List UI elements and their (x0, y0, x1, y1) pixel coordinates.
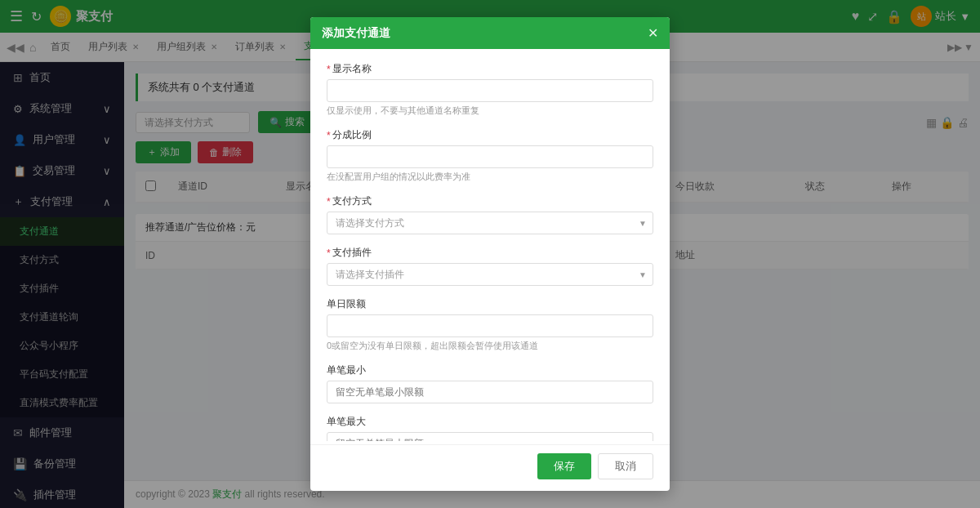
form-row-ratio: * 分成比例 在没配置用户组的情况以此费率为准 (327, 128, 653, 183)
label-display-name: * 显示名称 (327, 62, 653, 76)
cancel-button[interactable]: 取消 (598, 453, 653, 479)
label-pay-plugin: * 支付插件 (327, 246, 653, 260)
form-row-daily-limit: 单日限额 0或留空为没有单日限额，超出限额会暂停使用该通道 (327, 297, 653, 352)
pay-method-modal-select[interactable]: 请选择支付方式 (327, 212, 653, 234)
min-amount-input[interactable] (327, 381, 653, 403)
modal-footer: 保存 取消 (310, 444, 670, 491)
ratio-input[interactable] (327, 145, 653, 168)
form-row-display-name: * 显示名称 仅显示使用，不要与其他通道名称重复 (327, 62, 653, 117)
label-daily-limit: 单日限额 (327, 297, 653, 311)
max-amount-input[interactable] (327, 432, 653, 441)
pay-plugin-select-wrap: 请选择支付插件 (327, 263, 653, 286)
save-button[interactable]: 保存 (537, 453, 591, 479)
form-row-pay-method: * 支付方式 请选择支付方式 (327, 194, 653, 234)
modal-close-button[interactable]: ✕ (648, 25, 658, 41)
display-name-label-text: 显示名称 (332, 62, 372, 76)
modal-header: 添加支付通道 ✕ (310, 17, 670, 49)
required-star-1: * (327, 64, 331, 75)
max-amount-label-text: 单笔最大 (327, 415, 366, 429)
display-name-hint: 仅显示使用，不要与其他通道名称重复 (327, 105, 653, 117)
daily-limit-input[interactable] (327, 314, 653, 337)
ratio-label-text: 分成比例 (332, 128, 372, 142)
add-channel-modal: 添加支付通道 ✕ * 显示名称 仅显示使用，不要与其他通道名称重复 * 分成比例 (310, 17, 670, 491)
form-row-min-amount: 单笔最小 (327, 363, 653, 403)
form-row-pay-plugin: * 支付插件 请选择支付插件 (327, 246, 653, 286)
pay-method-select-wrap: 请选择支付方式 (327, 212, 653, 234)
modal-title: 添加支付通道 (322, 26, 390, 41)
daily-limit-hint: 0或留空为没有单日限额，超出限额会暂停使用该通道 (327, 340, 653, 352)
label-min-amount: 单笔最小 (327, 363, 653, 377)
form-row-max-amount: 单笔最大 (327, 415, 653, 441)
daily-limit-label-text: 单日限额 (327, 297, 366, 311)
modal-body: * 显示名称 仅显示使用，不要与其他通道名称重复 * 分成比例 在没配置用户组的… (310, 49, 670, 441)
label-ratio: * 分成比例 (327, 128, 653, 142)
required-star-2: * (327, 130, 331, 141)
required-star-4: * (327, 247, 331, 259)
ratio-hint: 在没配置用户组的情况以此费率为准 (327, 171, 653, 183)
pay-plugin-select[interactable]: 请选择支付插件 (327, 263, 653, 286)
pay-method-label-text: 支付方式 (332, 194, 372, 208)
pay-plugin-label-text: 支付插件 (332, 246, 372, 260)
display-name-input[interactable] (327, 79, 653, 102)
label-pay-method: * 支付方式 (327, 194, 653, 208)
modal-overlay: 添加支付通道 ✕ * 显示名称 仅显示使用，不要与其他通道名称重复 * 分成比例 (0, 0, 980, 508)
label-max-amount: 单笔最大 (327, 415, 653, 429)
min-amount-label-text: 单笔最小 (327, 363, 366, 377)
required-star-3: * (327, 196, 331, 207)
